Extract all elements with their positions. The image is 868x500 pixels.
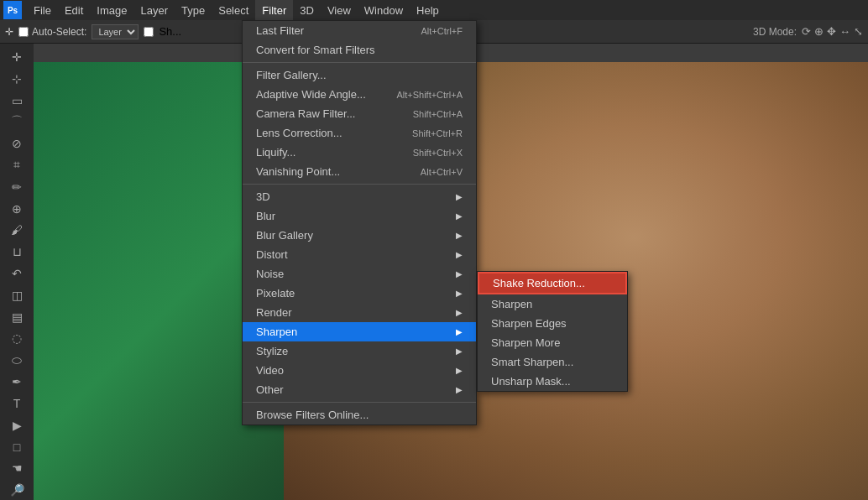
filter-sharpen-arrow: ▶ (456, 327, 463, 336)
filter-distort[interactable]: Distort ▶ (243, 245, 476, 264)
artboard-tool[interactable]: ⊹ (6, 69, 28, 89)
zoom-tool[interactable]: 🔎 (6, 480, 28, 500)
filter-render[interactable]: Render ▶ (243, 303, 476, 322)
layer-select[interactable]: Layer (92, 24, 139, 39)
sharpen-shake-reduction[interactable]: Shake Reduction... (478, 272, 627, 294)
menu-image[interactable]: Image (90, 0, 133, 20)
filter-adaptive-label: Adaptive Wide Angle... (256, 88, 366, 101)
menu-select[interactable]: Select (212, 0, 255, 20)
filter-blur[interactable]: Blur ▶ (243, 206, 476, 226)
separator-1 (243, 62, 476, 63)
shape-tool[interactable]: □ (6, 437, 28, 457)
rotate-3d-icon[interactable]: ⟳ (802, 25, 811, 38)
filter-pixelate-label: Pixelate (256, 287, 295, 299)
eraser-tool[interactable]: ◫ (6, 285, 28, 305)
filter-blur-gallery-arrow: ▶ (456, 231, 463, 240)
filter-lens-label: Lens Correction... (256, 127, 342, 139)
filter-stylize-arrow: ▶ (456, 346, 463, 356)
filter-sharpen-label: Sharpen (256, 326, 297, 338)
type-tool[interactable]: T (6, 393, 28, 414)
menu-window[interactable]: Window (358, 0, 410, 20)
menu-type[interactable]: Type (175, 0, 212, 20)
sharpen-more[interactable]: Sharpen More (478, 333, 627, 352)
menu-file[interactable]: File (27, 0, 58, 20)
sharpen-smart-label: Smart Sharpen... (491, 356, 573, 368)
slide-3d-icon[interactable]: ↔ (839, 25, 850, 38)
sharpen-more-label: Sharpen More (491, 336, 560, 349)
filter-video-arrow: ▶ (456, 366, 463, 375)
scale-3d-icon[interactable]: ⤡ (854, 25, 863, 38)
menu-help[interactable]: Help (410, 0, 446, 20)
filter-smart[interactable]: Convert for Smart Filters (243, 40, 476, 60)
move-tool[interactable]: ✛ (6, 47, 28, 67)
blur-tool[interactable]: ◌ (6, 329, 28, 349)
auto-select-checkbox[interactable] (18, 27, 29, 37)
filter-3d-label: 3D (256, 190, 270, 203)
filter-last[interactable]: Last Filter Alt+Ctrl+F (243, 21, 476, 40)
path-select-tool[interactable]: ▶ (6, 415, 28, 435)
filter-pixelate-arrow: ▶ (456, 289, 463, 298)
roll-3d-icon[interactable]: ⊕ (814, 25, 824, 38)
auto-select-checkbox-wrapper: Auto-Select: (18, 26, 86, 38)
filter-3d[interactable]: 3D ▶ (243, 187, 476, 206)
move-tool-icon: ✛ (5, 26, 13, 38)
sharpen-shake-reduction-label: Shake Reduction... (493, 277, 585, 289)
filter-other[interactable]: Other ▶ (243, 380, 476, 399)
eyedropper-tool[interactable]: ✏ (6, 177, 28, 197)
sharpen-submenu: Shake Reduction... Sharpen Sharpen Edges… (477, 271, 628, 392)
filter-browse[interactable]: Browse Filters Online... (243, 405, 476, 424)
history-brush-tool[interactable]: ↶ (6, 263, 28, 284)
filter-video[interactable]: Video ▶ (243, 361, 476, 380)
filter-camera[interactable]: Camera Raw Filter... Shift+Ctrl+A (243, 104, 476, 123)
separator-3 (243, 402, 476, 403)
sharpen-unsharp[interactable]: Unsharp Mask... (478, 372, 627, 391)
filter-noise[interactable]: Noise ▶ (243, 264, 476, 284)
marquee-tool[interactable]: ▭ (6, 91, 28, 111)
filter-render-arrow: ▶ (456, 308, 463, 317)
clone-tool[interactable]: ⊔ (6, 242, 28, 262)
filter-lens-shortcut: Shift+Ctrl+R (412, 128, 463, 138)
brush-tool[interactable]: 🖌 (6, 221, 28, 241)
gradient-tool[interactable]: ▤ (6, 307, 28, 327)
filter-sharpen[interactable]: Sharpen ▶ (243, 322, 476, 341)
menu-layer[interactable]: Layer (134, 0, 175, 20)
lasso-tool[interactable]: ⌒ (6, 112, 28, 132)
crop-tool[interactable]: ⌗ (6, 155, 28, 175)
sharpen-edges[interactable]: Sharpen Edges (478, 314, 627, 333)
show-transform-checkbox[interactable] (144, 27, 154, 37)
menu-3d[interactable]: 3D (293, 0, 321, 20)
filter-liquify[interactable]: Liquify... Shift+Ctrl+X (243, 143, 476, 162)
filter-vanishing-shortcut: Alt+Ctrl+V (421, 167, 463, 177)
menu-edit[interactable]: Edit (58, 0, 90, 20)
filter-distort-arrow: ▶ (456, 250, 463, 259)
dodge-tool[interactable]: ⬭ (6, 350, 28, 370)
filter-vanishing-label: Vanishing Point... (256, 165, 340, 178)
separator-2 (243, 184, 476, 185)
filter-blur-arrow: ▶ (456, 211, 463, 221)
filter-video-label: Video (256, 364, 284, 377)
filter-stylize[interactable]: Stylize ▶ (243, 341, 476, 361)
filter-blur-gallery[interactable]: Blur Gallery ▶ (243, 226, 476, 245)
pan-3d-icon[interactable]: ✥ (827, 25, 836, 38)
filter-pixelate[interactable]: Pixelate ▶ (243, 284, 476, 303)
filter-vanishing[interactable]: Vanishing Point... Alt+Ctrl+V (243, 162, 476, 181)
filter-last-label: Last Filter (256, 24, 304, 37)
menu-filter[interactable]: Filter (255, 0, 293, 20)
filter-lens[interactable]: Lens Correction... Shift+Ctrl+R (243, 123, 476, 143)
filter-smart-label: Convert for Smart Filters (256, 44, 375, 56)
sharpen-sharpen[interactable]: Sharpen (478, 294, 627, 314)
filter-adaptive[interactable]: Adaptive Wide Angle... Alt+Shift+Ctrl+A (243, 85, 476, 104)
filter-blur-gallery-label: Blur Gallery (256, 229, 313, 242)
hand-tool[interactable]: ☚ (6, 458, 28, 478)
filter-browse-label: Browse Filters Online... (256, 409, 369, 421)
quick-select-tool[interactable]: ⊘ (6, 133, 28, 154)
filter-render-label: Render (256, 306, 292, 319)
filter-blur-label: Blur (256, 210, 275, 222)
menu-view[interactable]: View (321, 0, 358, 20)
sharpen-smart[interactable]: Smart Sharpen... (478, 352, 627, 372)
filter-gallery[interactable]: Filter Gallery... (243, 65, 476, 85)
pen-tool[interactable]: ✒ (6, 372, 28, 392)
heal-tool[interactable]: ⊕ (6, 199, 28, 219)
filter-gallery-label: Filter Gallery... (256, 69, 327, 81)
auto-select-label: Auto-Select: (32, 26, 86, 38)
